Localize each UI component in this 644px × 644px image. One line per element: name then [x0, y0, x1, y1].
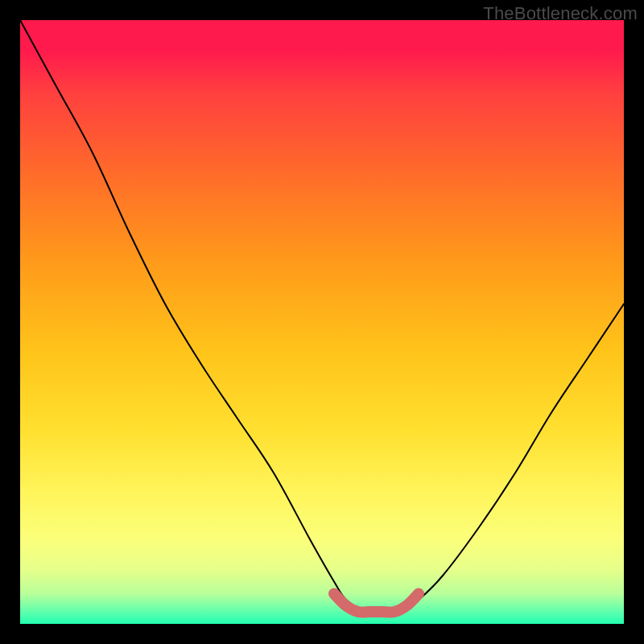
chart-svg [20, 20, 624, 624]
black-curve-path [20, 20, 624, 613]
chart-frame: TheBottleneck.com [0, 0, 644, 644]
watermark-text: TheBottleneck.com [483, 3, 638, 24]
trough-highlight-path [334, 594, 419, 613]
